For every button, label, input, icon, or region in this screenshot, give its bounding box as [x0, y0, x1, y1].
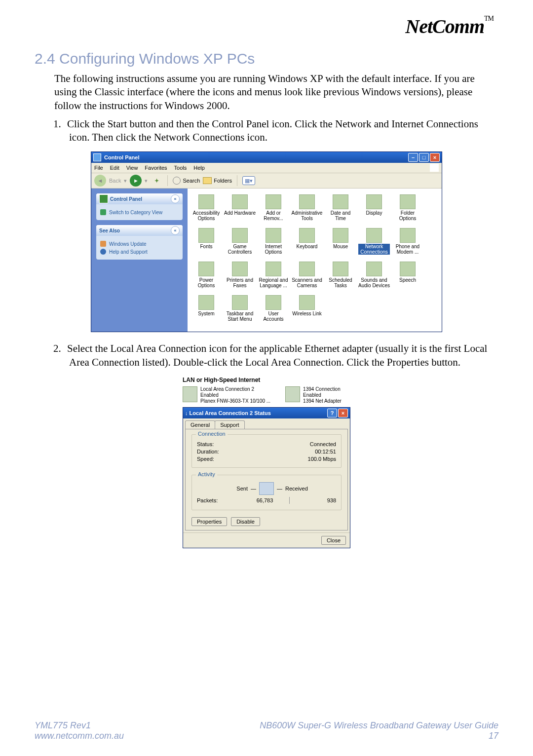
menu-file[interactable]: File [94, 165, 103, 171]
control-panel-item[interactable]: Administrative Tools [290, 192, 324, 226]
cp-icon [366, 228, 382, 243]
close-button[interactable]: × [430, 153, 440, 162]
menu-help[interactable]: Help [193, 165, 205, 171]
control-panel-item[interactable]: Phone and Modem ... [391, 226, 424, 260]
control-panel-item[interactable]: Add or Remov... [257, 192, 290, 226]
disable-button[interactable]: Disable [231, 517, 260, 526]
windows-flag-icon [430, 164, 439, 172]
page-footer: YML775 Rev1NB600W Super-G Wireless Broad… [35, 720, 498, 741]
cp-item-label: Phone and Modem ... [392, 244, 423, 255]
window-title: Control Panel [104, 154, 140, 160]
control-panel-item[interactable]: Fonts [190, 226, 223, 260]
window-titlebar: Control Panel – □ × [91, 152, 442, 163]
help-support-link[interactable]: Help and Support [100, 249, 179, 255]
cp-icon [299, 228, 315, 243]
cp-icon [232, 228, 248, 243]
control-panel-item[interactable]: Internet Options [257, 226, 290, 260]
control-panel-item[interactable]: System [190, 293, 223, 327]
control-panel-item[interactable]: Printers and Faxes [223, 260, 257, 293]
up-button[interactable]: ✦ [151, 175, 162, 187]
tab-support[interactable]: Support [215, 420, 245, 429]
connection-item-1394[interactable]: 1394 ConnectionEnabled1394 Net Adapter [285, 386, 342, 404]
cp-item-label: Scheduled Tasks [325, 277, 356, 288]
cp-icon [232, 295, 248, 310]
connection-item-local-area[interactable]: Local Area Connection 2EnabledPlanex FNW… [183, 386, 270, 404]
dialog-title: ↓ Local Area Connection 2 Status [185, 410, 271, 416]
cp-item-label: Add or Remov... [258, 210, 289, 221]
help-button[interactable]: ? [327, 409, 337, 417]
lan-section-title: LAN or High-Speed Internet [183, 377, 350, 383]
control-panel-item[interactable]: User Accounts [257, 293, 290, 327]
control-panel-item[interactable]: Scanners and Cameras [290, 260, 324, 293]
control-panel-item[interactable]: Display [357, 192, 391, 226]
cp-icon [266, 228, 281, 243]
control-panel-item[interactable]: Keyboard [290, 226, 324, 260]
control-panel-item[interactable]: Add Hardware [223, 192, 257, 226]
search-button[interactable]: Search [173, 177, 200, 185]
menu-edit[interactable]: Edit [110, 165, 119, 171]
cp-item-label: Regional and Language ... [258, 277, 289, 288]
windows-update-link[interactable]: Windows Update [100, 241, 179, 247]
cp-item-label: Add Hardware [224, 210, 256, 216]
intro-paragraph: The following instructions assume you ar… [54, 72, 498, 113]
folders-button[interactable]: Folders [203, 177, 232, 184]
sidebar-panel-see-also: See Also« Windows Update Help and Suppor… [96, 225, 183, 260]
activity-icon [259, 482, 274, 495]
cp-icon [198, 194, 214, 209]
control-panel-item[interactable]: Regional and Language ... [257, 260, 290, 293]
control-panel-item[interactable]: Accessibility Options [190, 192, 223, 226]
minimize-button[interactable]: – [408, 153, 418, 162]
cp-icon [266, 194, 281, 209]
connection-group: Connection Status:Connected Duration:00:… [191, 434, 342, 468]
toolbar: ◄ Back ▾ ► ▾ ✦ Search Folders ▦▾ [91, 173, 442, 189]
menu-favorites[interactable]: Favorites [145, 165, 167, 171]
control-panel-icon [99, 194, 108, 203]
menu-tools[interactable]: Tools [174, 165, 187, 171]
cp-item-label: Taskbar and Start Menu [224, 311, 256, 322]
cp-item-label: Folder Options [392, 210, 423, 221]
menu-bar: File Edit View Favorites Tools Help [91, 163, 442, 173]
help-icon [100, 249, 106, 255]
control-panel-item[interactable]: Taskbar and Start Menu [223, 293, 257, 327]
cp-item-label: Game Controllers [224, 244, 256, 255]
menu-view[interactable]: View [126, 165, 138, 171]
control-panel-item [357, 293, 391, 327]
cp-item-label: Scanners and Cameras [291, 277, 323, 288]
control-panel-item[interactable]: Power Options [190, 260, 223, 293]
switch-view-link[interactable]: Switch to Category View [100, 209, 179, 215]
maximize-button[interactable]: □ [419, 153, 429, 162]
activity-group: Activity Sent——Received Packets:66,78393… [191, 475, 342, 510]
close-dialog-button[interactable]: Close [321, 536, 346, 545]
search-icon [173, 177, 181, 185]
cp-item-label: Display [358, 210, 390, 216]
sidebar: Control Panel« Switch to Category View S… [91, 189, 188, 332]
control-panel-item[interactable]: Date and Time [324, 192, 357, 226]
cp-icon [198, 295, 214, 310]
cp-item-label: Internet Options [258, 244, 289, 255]
view-button[interactable]: ▦▾ [242, 176, 255, 185]
control-panel-item[interactable]: Game Controllers [223, 226, 257, 260]
close-button[interactable]: × [338, 409, 348, 417]
cp-item-label: Wireless Link [291, 311, 323, 316]
control-panel-item [391, 293, 424, 327]
status-dialog: ↓ Local Area Connection 2 Status ? × Gen… [183, 407, 350, 548]
collapse-icon[interactable]: « [171, 226, 180, 235]
control-panel-item[interactable]: Speech [391, 260, 424, 293]
control-panel-item[interactable]: Mouse [324, 226, 357, 260]
cp-icon [366, 194, 382, 209]
forward-button[interactable]: ► [130, 175, 142, 187]
step-2: 2.Select the Local Area Connection icon … [69, 342, 498, 369]
control-panel-item[interactable]: Scheduled Tasks [324, 260, 357, 293]
control-panel-items: Accessibility OptionsAdd HardwareAdd or … [188, 189, 442, 332]
control-panel-item[interactable]: Folder Options [391, 192, 424, 226]
tab-general[interactable]: General [185, 420, 215, 429]
collapse-icon[interactable]: « [171, 194, 180, 203]
properties-button[interactable]: Properties [191, 517, 227, 526]
network-icon [285, 386, 300, 402]
control-panel-item[interactable]: Sounds and Audio Devices [357, 260, 391, 293]
back-button[interactable]: ◄ [94, 175, 106, 187]
control-panel-item[interactable]: Wireless Link [290, 293, 324, 327]
cp-icon [266, 262, 281, 276]
control-panel-item[interactable]: Network Connections [357, 226, 391, 260]
cp-item-label: Fonts [190, 244, 222, 249]
